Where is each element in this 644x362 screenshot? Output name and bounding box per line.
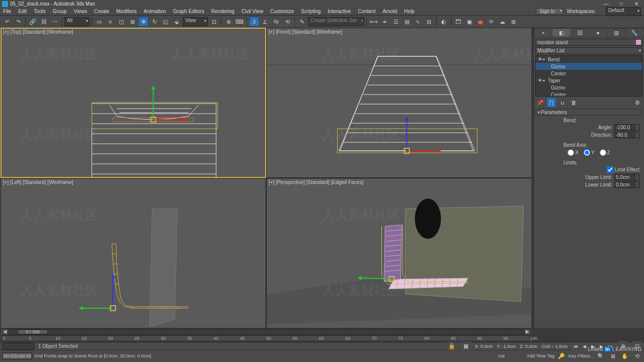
maxscript-listener[interactable] xyxy=(2,343,34,350)
axis-z-radio[interactable]: Z xyxy=(600,149,610,156)
select-and-move-button[interactable]: ✥ xyxy=(138,17,148,27)
align-button[interactable]: ≑ xyxy=(380,17,390,27)
edit-named-selections-button[interactable]: ✎ xyxy=(297,17,307,27)
object-name-field[interactable]: monitor stand xyxy=(535,39,642,46)
motion-tab[interactable]: ● xyxy=(589,29,607,37)
previous-frame-button[interactable]: ◀ xyxy=(580,342,588,350)
schematic-view-button[interactable]: ⊟ xyxy=(424,17,434,27)
pin-stack-button[interactable]: 📌 xyxy=(535,98,545,108)
menu-modifiers[interactable]: Modifiers xyxy=(116,9,137,14)
nav-zoom-all-button[interactable]: ⊞ xyxy=(608,351,618,361)
open-a360-button[interactable]: ⊞ xyxy=(509,17,519,27)
menu-tools[interactable]: Tools xyxy=(34,9,45,14)
menu-rendering[interactable]: Rendering xyxy=(211,9,234,14)
curve-editor-button[interactable]: ∿ xyxy=(413,17,423,27)
show-end-result-button[interactable]: ∏ xyxy=(546,98,556,108)
modifier-list-dropdown[interactable]: Modifier List xyxy=(535,47,642,54)
viewport-left[interactable]: [+] [Left] [Standard] [Wireframe] xyxy=(1,178,266,328)
window-crossing-button[interactable]: ⊞ xyxy=(127,17,137,27)
menu-views[interactable]: Views xyxy=(74,9,88,14)
sign-in-dropdown[interactable]: Sign In xyxy=(536,8,564,15)
select-manipulate-button[interactable]: ⊕ xyxy=(223,17,233,27)
viewport-perspective-label[interactable]: [+] [Perspective] [Standard] [Edged Face… xyxy=(269,179,363,185)
select-and-place-button[interactable]: ⬙ xyxy=(172,17,182,27)
select-object-button[interactable]: ▭ xyxy=(94,17,104,27)
create-tab[interactable]: + xyxy=(534,29,552,37)
menu-animation[interactable]: Animation xyxy=(144,9,166,14)
time-slider-next[interactable]: ▶ xyxy=(525,329,530,334)
parameters-rollout-header[interactable]: Parameters xyxy=(535,109,642,116)
utilities-tab[interactable]: 🔧 xyxy=(626,29,643,37)
select-by-name-button[interactable]: ≡ xyxy=(105,17,115,27)
object-color-swatch[interactable] xyxy=(636,40,641,45)
key-filters-button[interactable]: Key Filters... xyxy=(569,353,594,358)
lock-selection-button[interactable]: 🔒 xyxy=(447,341,457,351)
viewport-left-label[interactable]: [+] [Left] [Standard] [Wireframe] xyxy=(3,179,73,185)
viewport-front[interactable]: [+] [Front] [Standard] [Wireframe] xyxy=(267,28,531,177)
selection-filter-dropdown[interactable]: All xyxy=(64,17,90,26)
modifier-stack[interactable]: 👁▾Bend Gizmo Center 👁▾Taper Gizmo Center… xyxy=(535,55,642,97)
set-key-button[interactable]: 🔑 xyxy=(556,351,567,361)
toggle-ribbon-button[interactable]: ▤ xyxy=(402,17,412,27)
menu-help[interactable]: Help xyxy=(404,9,415,14)
menu-interactive[interactable]: Interactive xyxy=(328,9,351,14)
spinner-snap-button[interactable]: ⟲ xyxy=(282,17,292,27)
add-time-tag[interactable]: Add Time Tag xyxy=(527,353,554,358)
named-selection-dropdown[interactable]: Create Selection Set xyxy=(308,17,364,26)
modifier-bend-gizmo[interactable]: Gizmo xyxy=(536,63,642,70)
nav-pan-button[interactable]: ✋ xyxy=(620,351,630,361)
configure-sets-button[interactable]: ⚙ xyxy=(632,98,642,108)
link-button[interactable]: 🔗 xyxy=(28,17,38,27)
display-tab[interactable]: ▥ xyxy=(607,29,625,37)
viewport-front-label[interactable]: [+] [Front] [Standard] [Wireframe] xyxy=(269,29,342,35)
maxscript-mini-listener[interactable] xyxy=(2,352,32,359)
menu-scripting[interactable]: Scripting xyxy=(301,9,320,14)
auto-key-label[interactable]: Aut xyxy=(498,353,505,358)
menu-file[interactable]: File xyxy=(3,9,11,14)
render-in-cloud-button[interactable]: ☁ xyxy=(498,17,508,27)
menu-group[interactable]: Group xyxy=(53,9,67,14)
bind-spacewarp-button[interactable]: 〰 xyxy=(50,17,60,27)
make-unique-button[interactable]: ∪ xyxy=(557,98,568,108)
render-iterative-button[interactable]: ⟳ xyxy=(487,17,497,27)
angle-spinner[interactable]: -100.0 xyxy=(614,124,639,131)
viewport-perspective[interactable]: [+] [Perspective] [Standard] [Edged Face… xyxy=(267,178,531,328)
menu-customize[interactable]: Customize xyxy=(270,9,294,14)
menu-arnold[interactable]: Arnold xyxy=(382,9,397,14)
time-slider[interactable]: ◀ 0 / 100 ▶ xyxy=(2,329,530,335)
select-and-scale-button[interactable]: ◱ xyxy=(160,17,171,27)
absolute-transform-button[interactable]: ▦ xyxy=(461,341,471,351)
snap-toggle-button[interactable]: 3 xyxy=(249,17,259,27)
lower-limit-spinner[interactable]: 0.0cm xyxy=(614,182,639,188)
menu-civil-view[interactable]: Civil View xyxy=(242,9,263,14)
hierarchy-tab[interactable]: ⛓ xyxy=(571,29,589,37)
time-slider-thumb[interactable]: 0 / 100 xyxy=(18,329,48,334)
nav-orbit-button[interactable]: ⟲ xyxy=(632,351,642,361)
time-slider-prev[interactable]: ◀ xyxy=(3,329,8,334)
select-and-rotate-button[interactable]: ↻ xyxy=(149,17,159,27)
render-setup-button[interactable]: 🗔 xyxy=(453,17,463,27)
render-production-button[interactable]: 🫖 xyxy=(475,17,486,27)
modifier-taper-center[interactable]: Center xyxy=(536,91,642,97)
menu-edit[interactable]: Edit xyxy=(18,9,27,14)
material-editor-button[interactable]: ◐ xyxy=(439,17,449,27)
angle-snap-button[interactable]: ∠ xyxy=(260,17,270,27)
viewport-top-label[interactable]: [+] [Top] [Standard] [Wireframe] xyxy=(3,29,73,35)
upper-limit-spinner[interactable]: 5.0cm xyxy=(614,174,639,180)
remove-modifier-button[interactable]: 🗑 xyxy=(569,98,579,108)
menu-graph-editors[interactable]: Graph Editors xyxy=(173,9,204,14)
nav-zoom-button[interactable]: 🔍 xyxy=(596,351,606,361)
axis-x-radio[interactable]: X xyxy=(568,149,579,156)
limit-effect-checkbox[interactable] xyxy=(607,166,613,173)
workspaces-dropdown[interactable]: Default xyxy=(606,7,641,16)
goto-start-button[interactable]: ⏮ xyxy=(572,342,580,350)
undo-button[interactable]: ↶ xyxy=(2,17,12,27)
axis-y-radio[interactable]: Y xyxy=(584,149,595,156)
redo-button[interactable]: ↷ xyxy=(13,17,23,27)
unlink-button[interactable]: ⛓ xyxy=(39,17,49,27)
modify-tab[interactable]: ◧ xyxy=(552,29,570,37)
mirror-button[interactable]: ⟷ xyxy=(369,17,379,27)
modifier-bend-center[interactable]: Center xyxy=(536,70,642,77)
modifier-taper[interactable]: 👁▾Taper xyxy=(536,77,642,84)
percent-snap-button[interactable]: % xyxy=(271,17,281,27)
